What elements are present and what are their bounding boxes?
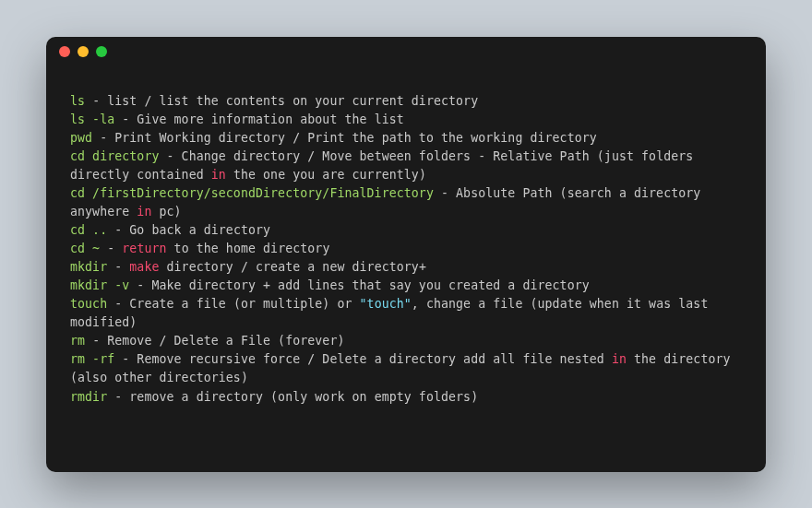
terminal-line: ls - list / list the contents on your cu… bbox=[70, 92, 742, 111]
command-text: rmdir bbox=[70, 390, 107, 404]
terminal-line: pwd - Print Working directory / Print th… bbox=[70, 129, 742, 148]
command-text: mkdir -v bbox=[70, 278, 129, 292]
command-text: pwd bbox=[70, 131, 92, 145]
terminal-line: touch - Create a file (or multiple) or "… bbox=[70, 295, 742, 332]
plain-text: - Print Working directory / Print the pa… bbox=[92, 131, 597, 145]
plain-text: - Give more information about the list bbox=[114, 112, 404, 126]
keyword-text: make bbox=[129, 260, 159, 274]
command-text: cd ~ bbox=[70, 242, 100, 255]
terminal-line: rm -rf - Remove recursive force / Delete… bbox=[70, 350, 742, 387]
plain-text: the one you are currently) bbox=[226, 168, 426, 182]
terminal-line: mkdir -v - Make directory + add lines th… bbox=[70, 277, 742, 295]
close-icon[interactable] bbox=[59, 46, 70, 57]
terminal-window: ls - list / list the contents on your cu… bbox=[46, 37, 766, 472]
terminal-line: cd /firstDirectory/secondDirectory/Final… bbox=[70, 184, 742, 221]
terminal-line: rm - Remove / Delete a File (forever) bbox=[70, 332, 742, 350]
plain-text: - bbox=[107, 260, 129, 274]
command-text: cd directory bbox=[70, 149, 159, 163]
plain-text: - Make directory + add lines that say yo… bbox=[129, 278, 589, 292]
command-text: rm -rf bbox=[70, 352, 114, 366]
window-titlebar bbox=[46, 37, 766, 66]
plain-text: - Remove / Delete a File (forever) bbox=[85, 334, 344, 348]
terminal-content: ls - list / list the contents on your cu… bbox=[46, 66, 766, 425]
command-text: touch bbox=[70, 297, 107, 311]
keyword-text: in bbox=[612, 352, 627, 366]
terminal-line: ls -la - Give more information about the… bbox=[70, 111, 742, 129]
command-text: cd .. bbox=[70, 223, 107, 237]
plain-text: pc) bbox=[151, 205, 181, 219]
command-text: ls bbox=[70, 94, 85, 108]
keyword-text: in bbox=[211, 168, 226, 182]
keyword-text: in bbox=[137, 205, 151, 219]
minimize-icon[interactable] bbox=[78, 46, 89, 57]
plain-text: - remove a directory (only work on empty… bbox=[107, 390, 478, 404]
terminal-line: cd ~ - return to the home directory bbox=[70, 240, 742, 258]
plain-text: - Go back a directory bbox=[107, 223, 270, 237]
plain-text: - bbox=[100, 242, 122, 255]
plain-text: to the home directory bbox=[167, 242, 330, 255]
string-text: "touch" bbox=[360, 297, 412, 311]
terminal-line: rmdir - remove a directory (only work on… bbox=[70, 388, 742, 407]
keyword-text: return bbox=[122, 242, 166, 255]
plain-text: - list / list the contents on your curre… bbox=[85, 94, 478, 108]
command-text: rm bbox=[70, 334, 85, 348]
maximize-icon[interactable] bbox=[96, 46, 107, 57]
terminal-line: mkdir - make directory / create a new di… bbox=[70, 258, 742, 277]
command-text: mkdir bbox=[70, 260, 107, 274]
command-text: ls -la bbox=[70, 112, 114, 126]
terminal-line: cd .. - Go back a directory bbox=[70, 221, 742, 240]
command-text: cd /firstDirectory/secondDirectory/Final… bbox=[70, 186, 434, 200]
terminal-line: cd directory - Change directory / Move b… bbox=[70, 148, 742, 184]
plain-text: - Remove recursive force / Delete a dire… bbox=[114, 352, 612, 366]
plain-text: directory / create a new directory+ bbox=[160, 260, 426, 274]
plain-text: - Create a file (or multiple) or bbox=[107, 297, 359, 311]
